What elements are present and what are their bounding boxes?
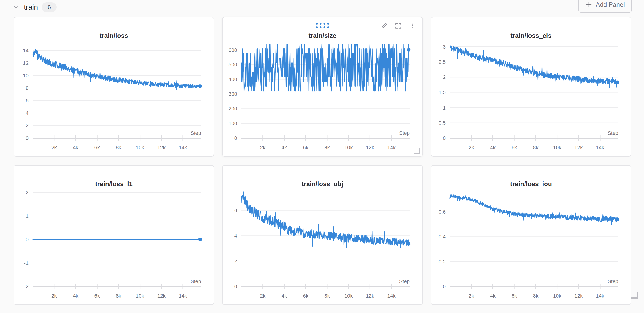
- line-chart[interactable]: 00.20.40.62k4k6k8k10k12k14kStep: [431, 166, 631, 304]
- svg-text:12k: 12k: [574, 145, 583, 150]
- chevron-down-icon[interactable]: [12, 3, 20, 11]
- svg-text:10k: 10k: [136, 145, 144, 150]
- svg-text:2: 2: [26, 190, 28, 196]
- svg-text:4k: 4k: [282, 293, 287, 299]
- svg-text:1.5: 1.5: [438, 89, 446, 95]
- chart-panel: train/loss 024681012142k4k6k8k10k12k14kS…: [14, 17, 214, 156]
- svg-text:2k: 2k: [260, 145, 266, 150]
- svg-text:1: 1: [443, 105, 446, 111]
- svg-text:12: 12: [23, 60, 28, 66]
- section-title: train: [24, 3, 38, 11]
- section-header: train 6: [12, 2, 56, 12]
- svg-text:0: 0: [234, 284, 237, 290]
- svg-text:0: 0: [443, 135, 446, 141]
- svg-text:2k: 2k: [52, 145, 57, 150]
- svg-text:-1: -1: [24, 260, 28, 266]
- svg-text:8k: 8k: [324, 293, 330, 299]
- svg-text:0.4: 0.4: [438, 234, 446, 240]
- svg-text:4k: 4k: [490, 145, 496, 150]
- svg-text:4k: 4k: [73, 145, 78, 150]
- svg-text:500: 500: [228, 62, 237, 67]
- add-panel-label: Add Panel: [596, 1, 625, 8]
- chart-panel: train/loss_iou 00.20.40.62k4k6k8k10k12k1…: [431, 165, 631, 305]
- chart-panel: train/loss_obj 02462k4k6k8k10k12k14kStep: [222, 165, 423, 305]
- svg-text:14k: 14k: [179, 145, 187, 150]
- svg-text:3: 3: [443, 44, 446, 50]
- svg-text:8: 8: [26, 85, 28, 91]
- svg-text:Step: Step: [190, 130, 201, 136]
- svg-text:10: 10: [23, 73, 28, 78]
- svg-text:0.2: 0.2: [438, 259, 446, 265]
- svg-text:0: 0: [443, 284, 446, 290]
- line-chart[interactable]: 02462k4k6k8k10k12k14kStep: [222, 166, 422, 304]
- line-chart[interactable]: 00.511.522.532k4k6k8k10k12k14kStep: [431, 17, 631, 156]
- svg-text:10k: 10k: [344, 145, 353, 150]
- svg-text:2k: 2k: [260, 293, 266, 299]
- svg-text:14k: 14k: [179, 293, 187, 299]
- section-resize-handle[interactable]: [631, 292, 638, 299]
- svg-text:400: 400: [228, 76, 237, 82]
- svg-text:6k: 6k: [94, 293, 100, 299]
- svg-text:8k: 8k: [116, 145, 121, 150]
- svg-text:6k: 6k: [512, 145, 517, 150]
- svg-text:4: 4: [26, 110, 28, 116]
- svg-text:12k: 12k: [366, 145, 374, 150]
- svg-text:12k: 12k: [366, 293, 374, 299]
- svg-text:8k: 8k: [116, 293, 121, 299]
- svg-text:2k: 2k: [52, 293, 57, 299]
- svg-text:Step: Step: [608, 130, 618, 136]
- chart-panel: train/loss_l1 -2-10122k4k6k8k10k12k14kSt…: [14, 165, 214, 305]
- svg-text:2.5: 2.5: [438, 59, 446, 65]
- panel-grid: train/loss 024681012142k4k6k8k10k12k14kS…: [14, 17, 631, 305]
- svg-text:0: 0: [26, 135, 28, 141]
- svg-text:12k: 12k: [574, 293, 583, 299]
- svg-text:2k: 2k: [468, 293, 474, 299]
- svg-text:4k: 4k: [490, 293, 496, 299]
- svg-text:12k: 12k: [158, 145, 166, 150]
- svg-text:1: 1: [26, 213, 28, 219]
- svg-text:10k: 10k: [344, 293, 353, 299]
- svg-text:4k: 4k: [282, 145, 287, 150]
- svg-text:0.6: 0.6: [438, 209, 446, 215]
- svg-text:2: 2: [443, 74, 446, 80]
- svg-text:12k: 12k: [158, 293, 166, 299]
- svg-text:0: 0: [234, 135, 237, 141]
- svg-text:8k: 8k: [533, 145, 538, 150]
- wandb-workspace: train 6 Add Panel: [0, 0, 644, 313]
- svg-text:Step: Step: [399, 130, 410, 136]
- panel-count-badge: 6: [42, 2, 56, 12]
- svg-text:8k: 8k: [533, 293, 538, 299]
- svg-text:0.5: 0.5: [438, 120, 446, 126]
- svg-text:2k: 2k: [468, 145, 474, 150]
- svg-text:100: 100: [228, 120, 237, 126]
- svg-text:4k: 4k: [73, 293, 78, 299]
- svg-text:300: 300: [228, 91, 237, 97]
- line-chart[interactable]: 01002003004005006002k4k6k8k10k12k14kStep: [222, 17, 422, 156]
- svg-text:6k: 6k: [512, 293, 517, 299]
- svg-text:14k: 14k: [387, 293, 396, 299]
- svg-text:Step: Step: [190, 279, 201, 284]
- svg-text:4: 4: [234, 233, 237, 239]
- svg-text:6k: 6k: [94, 145, 100, 150]
- svg-text:6k: 6k: [303, 145, 309, 150]
- svg-text:0: 0: [26, 237, 28, 243]
- svg-text:14k: 14k: [596, 293, 604, 299]
- chart-panel: train/size 01002003004005006002k4k6k8k10…: [222, 17, 423, 156]
- panel-resize-handle[interactable]: [414, 148, 420, 154]
- line-chart[interactable]: -2-10122k4k6k8k10k12k14kStep: [14, 166, 214, 304]
- svg-text:14k: 14k: [596, 145, 604, 150]
- line-chart[interactable]: 024681012142k4k6k8k10k12k14kStep: [14, 17, 214, 156]
- svg-text:2: 2: [26, 123, 28, 128]
- svg-text:14k: 14k: [387, 145, 396, 150]
- svg-text:-2: -2: [24, 284, 28, 290]
- svg-text:8k: 8k: [324, 145, 330, 150]
- add-panel-button[interactable]: Add Panel: [578, 0, 632, 12]
- svg-text:10k: 10k: [136, 293, 144, 299]
- svg-text:6: 6: [26, 98, 28, 103]
- svg-text:200: 200: [228, 106, 237, 112]
- svg-text:10k: 10k: [553, 145, 562, 150]
- svg-text:600: 600: [228, 47, 237, 53]
- svg-text:Step: Step: [608, 279, 618, 284]
- svg-text:Step: Step: [399, 279, 410, 284]
- chart-panel: train/loss_cls 00.511.522.532k4k6k8k10k1…: [431, 17, 631, 156]
